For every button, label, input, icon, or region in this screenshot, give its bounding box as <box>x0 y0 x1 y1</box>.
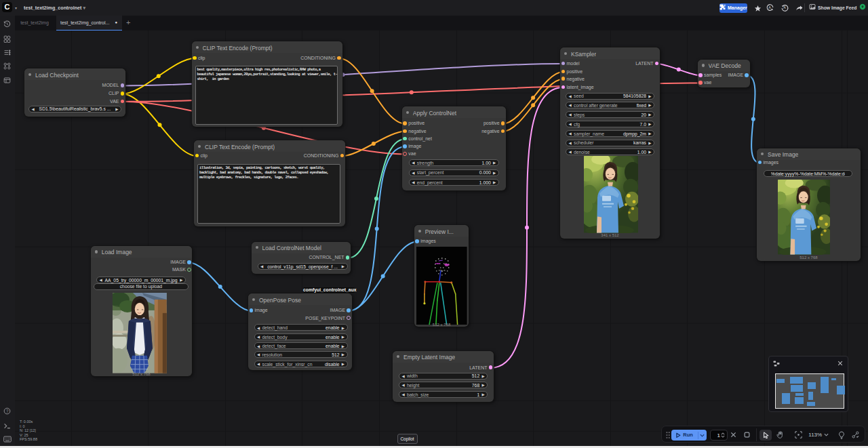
svg-text:A: A <box>768 5 771 9</box>
svg-text:?: ? <box>6 409 9 413</box>
svg-text:A: A <box>783 5 786 9</box>
